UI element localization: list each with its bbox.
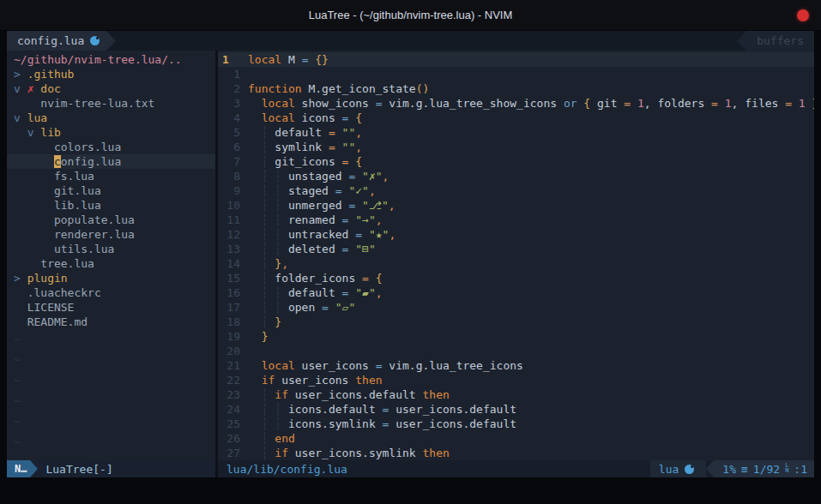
tree-item-git-lua[interactable]: git.lua bbox=[7, 183, 215, 198]
code-line[interactable]: 4 local icons = { bbox=[218, 111, 814, 125]
tree-item-config-lua[interactable]: config.lua bbox=[7, 154, 215, 169]
tree-item-label: nvim-tree-lua.txt bbox=[40, 97, 154, 110]
buffers-powerline-arrow bbox=[737, 31, 746, 51]
tab-config-lua[interactable]: config.lua bbox=[7, 31, 106, 51]
file-tree[interactable]: ~/github/nvim-tree.lua/..> .githubv ✗ do… bbox=[7, 51, 215, 460]
tree-item-lua[interactable]: v lua bbox=[7, 111, 215, 125]
tree-item-label: git.lua bbox=[54, 184, 101, 197]
statusline-editor: lua/lib/config.lua lua 1% ≡ 1/92 LN :1 bbox=[218, 460, 814, 477]
tree-item-label: tree.lua bbox=[40, 257, 94, 270]
code-text: ┆ ┆ unmerged = "⎇", bbox=[248, 198, 814, 213]
chevron-down-icon[interactable]: v bbox=[14, 111, 21, 124]
code-text: ┆ if user_icons.default then bbox=[248, 387, 814, 402]
code-line[interactable]: 26 ┆ end bbox=[218, 431, 814, 446]
code-text: if user_icons then bbox=[248, 373, 814, 387]
file-path: lua/lib/config.lua bbox=[226, 463, 650, 476]
scroll-percent: 1% bbox=[722, 463, 736, 476]
line-number: 8 bbox=[218, 169, 248, 183]
tree-item-fs-lua[interactable]: fs.lua bbox=[7, 169, 215, 183]
code-line[interactable]: 25 ┆ ┆ icons.symlink = user_icons.defaul… bbox=[218, 417, 814, 431]
chevron-right-icon[interactable]: > bbox=[14, 68, 21, 81]
empty-line-tilde: ~ bbox=[7, 432, 215, 453]
tree-item--github[interactable]: > .github bbox=[7, 67, 215, 81]
code-line[interactable]: 21 local user_icons = vim.g.lua_tree_ico… bbox=[218, 358, 814, 373]
line-number: 20 bbox=[218, 344, 248, 358]
code-line[interactable]: 17 ┆ ┆ open = "▱" bbox=[218, 300, 814, 315]
chevron-down-icon[interactable]: v bbox=[14, 82, 21, 95]
line-number: 23 bbox=[218, 387, 248, 402]
code-line[interactable]: 23 ┆ if user_icons.default then bbox=[218, 387, 814, 402]
code-line[interactable]: 22 if user_icons then bbox=[218, 373, 814, 387]
tree-item-readme-md[interactable]: README.md bbox=[7, 315, 215, 329]
buffers-chip[interactable]: buffers bbox=[737, 31, 814, 51]
code-text: ┆ ┆ renamed = "→", bbox=[248, 213, 814, 227]
tabline: config.lua buffers bbox=[7, 31, 814, 51]
code-line[interactable]: 15 ┆ folder_icons = { bbox=[218, 271, 814, 285]
code-line[interactable]: 16 ┆ ┆ default = "▰", bbox=[218, 285, 814, 300]
tree-item-license[interactable]: LICENSE bbox=[7, 300, 215, 315]
tree-item-utils-lua[interactable]: utils.lua bbox=[7, 242, 215, 256]
code-text: ┆ end bbox=[248, 431, 814, 446]
tree-item--luacheckrc[interactable]: .luacheckrc bbox=[7, 285, 215, 300]
code-line[interactable]: 3 local show_icons = vim.g.lua_tree_show… bbox=[218, 96, 814, 111]
cursor-location: 1/92 bbox=[753, 463, 780, 476]
tree-item-label: lua bbox=[27, 111, 47, 124]
line-number: 1 bbox=[218, 67, 248, 81]
line-number: 19 bbox=[218, 329, 248, 344]
code-line[interactable]: 10 ┆ ┆ unmerged = "⎇", bbox=[218, 198, 814, 213]
code-line[interactable]: 19 } bbox=[218, 329, 814, 344]
code-line[interactable]: 5 ┆ default = "", bbox=[218, 125, 814, 140]
tree-item-label: .luacheckrc bbox=[27, 286, 101, 299]
close-button[interactable] bbox=[797, 9, 809, 21]
code-line[interactable]: 9 ┆ ┆ staged = "✓", bbox=[218, 183, 814, 198]
code-line[interactable]: 2function M.get_icon_state() bbox=[218, 81, 814, 96]
tree-item-label: LICENSE bbox=[27, 301, 75, 314]
line-number-icon: LN bbox=[785, 463, 788, 473]
code-line[interactable]: 24 ┆ ┆ icons.default = user_icons.defaul… bbox=[218, 402, 814, 417]
tree-item-renderer-lua[interactable]: renderer.lua bbox=[7, 227, 215, 242]
code-editor[interactable]: 1local M = {}12function M.get_icon_state… bbox=[218, 51, 814, 460]
empty-line-tilde: ~ bbox=[7, 411, 215, 432]
empty-line-tilde: ~ bbox=[7, 391, 215, 411]
code-line[interactable]: 1local M = {} bbox=[218, 52, 814, 67]
tree-item-lib[interactable]: v lib bbox=[7, 125, 215, 140]
code-line[interactable]: 6 ┆ symlink = "", bbox=[218, 140, 814, 154]
tree-item-populate-lua[interactable]: populate.lua bbox=[7, 213, 215, 227]
code-text: local icons = { bbox=[248, 111, 814, 125]
code-text: ┆ ┆ deleted = "⊟" bbox=[248, 242, 814, 256]
code-line[interactable]: 8 ┆ ┆ unstaged = "✗", bbox=[218, 169, 814, 183]
line-number: 11 bbox=[218, 213, 248, 227]
line-number: 21 bbox=[218, 358, 248, 373]
code-line[interactable]: 7 ┆ git_icons = { bbox=[218, 154, 814, 169]
tree-item-tree-lua[interactable]: tree.lua bbox=[7, 256, 215, 271]
chevron-down-icon[interactable]: v bbox=[27, 126, 34, 139]
command-line bbox=[0, 477, 821, 504]
code-line[interactable]: 18 ┆ } bbox=[218, 315, 814, 329]
code-line[interactable]: 1 bbox=[218, 67, 814, 81]
tab-powerline-arrow bbox=[106, 31, 116, 51]
tree-item-nvim-tree-lua-txt[interactable]: nvim-tree-lua.txt bbox=[7, 96, 215, 111]
line-number: 14 bbox=[218, 256, 248, 271]
code-line[interactable]: 14 ┆ }, bbox=[218, 256, 814, 271]
position-segment: 1% ≡ 1/92 LN :1 bbox=[714, 460, 814, 477]
code-text: ┆ ┆ staged = "✓", bbox=[248, 183, 814, 198]
chevron-right-icon[interactable]: > bbox=[14, 272, 21, 285]
tree-item-plugin[interactable]: > plugin bbox=[7, 271, 215, 285]
tree-item-label: lib.lua bbox=[54, 199, 101, 212]
code-text bbox=[248, 344, 814, 358]
line-number: 24 bbox=[218, 402, 248, 417]
code-text: ┆ ┆ unstaged = "✗", bbox=[248, 169, 814, 183]
line-number: 18 bbox=[218, 315, 248, 329]
code-line[interactable]: 27 ┆ if user_icons.symlink then bbox=[218, 446, 814, 460]
tree-item-colors-lua[interactable]: colors.lua bbox=[7, 140, 215, 154]
code-text bbox=[248, 67, 814, 81]
code-line[interactable]: 20 bbox=[218, 344, 814, 358]
tree-item-doc[interactable]: v ✗ doc bbox=[7, 81, 215, 96]
code-line[interactable]: 12 ┆ ┆ untracked = "★", bbox=[218, 227, 814, 242]
code-text: ┆ ┆ icons.symlink = user_icons.default bbox=[248, 417, 814, 431]
code-text: ┆ } bbox=[248, 315, 814, 329]
tree-root[interactable]: ~/github/nvim-tree.lua/.. bbox=[7, 52, 215, 67]
code-line[interactable]: 13 ┆ ┆ deleted = "⊟" bbox=[218, 242, 814, 256]
tree-item-lib-lua[interactable]: lib.lua bbox=[7, 198, 215, 213]
code-line[interactable]: 11 ┆ ┆ renamed = "→", bbox=[218, 213, 814, 227]
